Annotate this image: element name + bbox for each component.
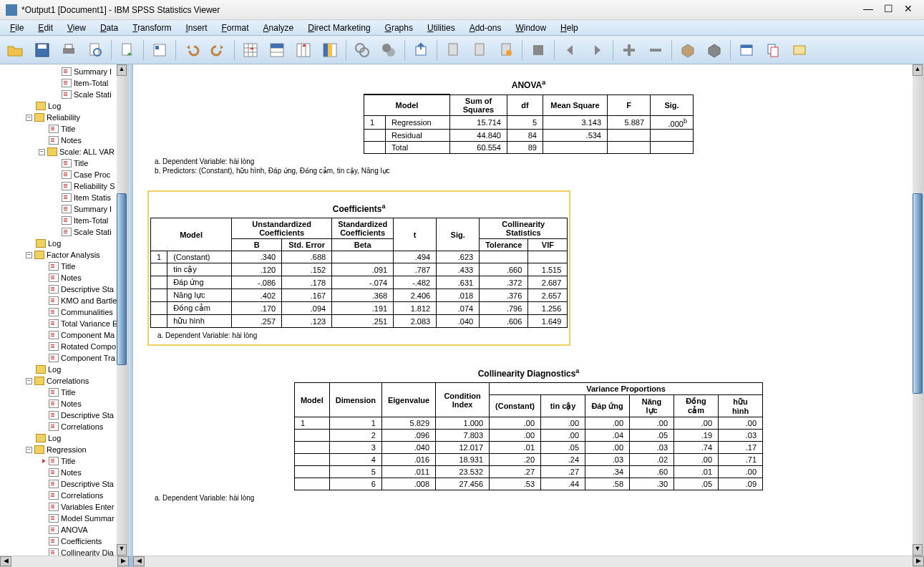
select-icon[interactable] (350, 38, 374, 62)
recall-icon[interactable] (147, 38, 172, 62)
svg-rect-1 (38, 44, 47, 49)
expand-icon[interactable] (617, 38, 641, 62)
forward-icon[interactable] (585, 38, 609, 62)
output-pane[interactable]: ANOVAa ModelSum of SquaresdfMean SquareF… (133, 64, 924, 556)
save-icon[interactable] (30, 38, 54, 62)
box2-icon[interactable] (702, 38, 726, 62)
menu-direct-marketing[interactable]: Direct Marketing (301, 21, 377, 34)
nav-item-component-ma[interactable]: Component Ma (0, 329, 128, 341)
nav-item-descriptive-sta[interactable]: Descriptive Sta (0, 284, 128, 295)
nav-item-log[interactable]: Log (0, 432, 128, 444)
back-icon[interactable] (558, 38, 583, 62)
nav-item-notes[interactable]: Notes (0, 135, 128, 146)
nav-item-notes[interactable]: Notes (0, 398, 128, 410)
nav-item-notes[interactable]: Notes (0, 467, 128, 478)
nav-item-title[interactable]: Title (0, 123, 128, 135)
menu-edit[interactable]: Edit (31, 21, 60, 34)
menu-transform[interactable]: Transform (125, 21, 178, 34)
nav-item-correlations[interactable]: Correlations (0, 490, 128, 501)
menu-help[interactable]: Help (553, 21, 585, 34)
nav-item-title[interactable]: Title (0, 455, 128, 467)
nav-item-log[interactable]: Log (0, 100, 128, 112)
nav-item-item-total[interactable]: Item-Total (0, 215, 128, 226)
menu-view[interactable]: View (60, 21, 93, 34)
nav-item-factor-analysis[interactable]: −Factor Analysis (0, 249, 128, 261)
box1-icon[interactable] (676, 38, 700, 62)
nav-item-descriptive-sta[interactable]: Descriptive Sta (0, 410, 128, 421)
nav-item-collinearity-dia[interactable]: Collinearity Dia (0, 547, 128, 556)
associate-icon[interactable] (787, 38, 812, 62)
preview-icon[interactable] (83, 38, 107, 62)
nav-item-title[interactable]: Title (0, 387, 128, 398)
menu-graphs[interactable]: Graphs (378, 21, 420, 34)
nav-item-correlations[interactable]: −Correlations (0, 375, 128, 387)
nav-item-rotated-compo[interactable]: Rotated Compo (0, 341, 128, 352)
collinearity-block: Collinearity Diagnosticsa ModelDimension… (147, 367, 910, 502)
select2-icon[interactable] (376, 38, 401, 62)
content-scrollbar[interactable]: ▲ ▼ (913, 64, 924, 556)
variables-icon[interactable] (318, 38, 342, 62)
nav-item-descriptive-sta[interactable]: Descriptive Sta (0, 478, 128, 490)
nav-item-title[interactable]: Title (0, 261, 128, 272)
nav-item-communalities[interactable]: Communalities (0, 306, 128, 318)
menu-data[interactable]: Data (93, 21, 125, 34)
nav-item-summary-i[interactable]: Summary I (0, 203, 128, 215)
close-button[interactable]: ✕ (898, 3, 918, 17)
nav-item-item-total[interactable]: Item-Total (0, 77, 128, 89)
maximize-button[interactable]: ☐ (878, 3, 898, 17)
nav-item-scale-stati[interactable]: Scale Stati (0, 226, 128, 238)
menu-file[interactable]: File (3, 21, 31, 34)
nav-item-case-proc[interactable]: Case Proc (0, 169, 128, 180)
nav-item-item-statis[interactable]: Item Statis (0, 192, 128, 203)
menu-utilities[interactable]: Utilities (420, 21, 462, 34)
doc1-icon[interactable] (441, 38, 465, 62)
nav-item-kmo-and-bartle[interactable]: KMO and Bartle (0, 295, 128, 306)
nav-item-correlations[interactable]: Correlations (0, 421, 128, 432)
goto-var-icon[interactable] (291, 38, 316, 62)
nav-item-notes[interactable]: Notes (0, 272, 128, 284)
export-icon[interactable] (115, 38, 140, 62)
collapse-icon[interactable] (643, 38, 668, 62)
nav-item-anova[interactable]: ANOVA (0, 524, 128, 536)
undo-icon[interactable] (180, 38, 204, 62)
nav-item-model-summar[interactable]: Model Summar (0, 513, 128, 524)
anova-title: ANOVAa (147, 79, 910, 90)
minimize-button[interactable]: — (858, 3, 878, 17)
nav-item-scale-all-var[interactable]: −Scale: ALL VAR (0, 146, 128, 158)
print-icon[interactable] (57, 38, 81, 62)
goto-case-icon[interactable] (265, 38, 289, 62)
doc3-icon[interactable] (494, 38, 518, 62)
doc2-icon[interactable] (467, 38, 492, 62)
nav-item-reliability[interactable]: −Reliability (0, 112, 128, 123)
menu-analyze[interactable]: Analyze (256, 21, 301, 34)
insert-icon[interactable] (409, 38, 433, 62)
anova-table[interactable]: ModelSum of SquaresdfMean SquareFSig.1Re… (364, 94, 694, 154)
nav-item-log[interactable]: Log (0, 364, 128, 375)
nav-item-summary-i[interactable]: Summary I (0, 66, 128, 77)
menu-insert[interactable]: Insert (178, 21, 214, 34)
nav-item-coefficients[interactable]: Coefficients (0, 536, 128, 547)
menu-window[interactable]: Window (508, 21, 553, 34)
nav-scrollbar[interactable]: ▲ ▼ (117, 64, 128, 556)
nav-item-scale-stati[interactable]: Scale Stati (0, 89, 128, 100)
designate-icon[interactable] (734, 38, 759, 62)
nav-item-reliability-s[interactable]: Reliability S (0, 180, 128, 192)
outline-pane[interactable]: Summary IItem-TotalScale StatiLog−Reliab… (0, 64, 129, 556)
menu-add-ons[interactable]: Add-ons (462, 21, 509, 34)
stop-icon[interactable] (526, 38, 550, 62)
redo-icon[interactable] (206, 38, 230, 62)
nav-item-variables-enter[interactable]: Variables Enter (0, 501, 128, 513)
menu-format[interactable]: Format (215, 21, 256, 34)
open-icon[interactable] (4, 38, 28, 62)
nav-item-title[interactable]: Title (0, 158, 128, 169)
coefficients-table[interactable]: ModelUnstandardized CoefficientsStandard… (150, 218, 568, 328)
nav-item-component-tra[interactable]: Component Tra (0, 352, 128, 364)
nav-item-total-variance-e[interactable]: Total Variance E (0, 318, 128, 329)
goto-data-icon[interactable] (238, 38, 263, 62)
nav-hscroll[interactable]: ◀▶ (0, 556, 129, 567)
content-hscroll[interactable]: ◀▶ (133, 556, 924, 567)
script-icon[interactable] (761, 38, 785, 62)
collinearity-table[interactable]: ModelDimensionEigenvalueCondition IndexV… (294, 382, 763, 490)
nav-item-regression[interactable]: −Regression (0, 444, 128, 455)
nav-item-log[interactable]: Log (0, 238, 128, 249)
